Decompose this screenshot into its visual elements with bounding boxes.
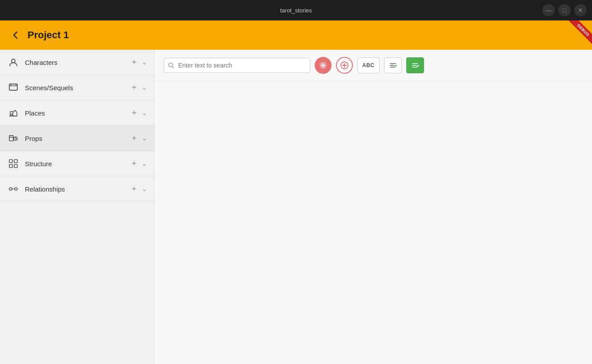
window-controls: — □ ✕ [542,4,587,16]
sidebar-structure-chevron-icon: ⌄ [142,160,147,167]
sidebar-scenes-actions: + ⌄ [130,83,147,92]
add-outline-button[interactable] [336,57,353,74]
sidebar-item-props[interactable]: Props + ⌄ [0,126,154,151]
project-header: Project 1 DEBUG [0,20,592,50]
checklist-button[interactable] [384,57,402,73]
debug-badge: DEBUG [568,20,592,45]
places-icon [7,107,20,119]
character-icon [7,56,20,68]
minimize-button[interactable]: — [542,4,555,16]
sidebar-scenes-label: Scenes/Sequels [25,84,130,92]
sidebar-structure-actions: + ⌄ [130,159,147,168]
content-area [155,81,592,364]
search-input[interactable] [164,58,310,73]
sidebar-item-structure[interactable]: Structure + ⌄ [0,151,154,176]
sidebar-scenes-chevron-icon: ⌄ [142,84,147,91]
green-checklist-button[interactable] [406,57,424,73]
sidebar-relationships-actions: + ⌄ [130,184,147,194]
sidebar-relationships-label: Relationships [25,185,130,193]
svg-rect-8 [14,160,17,163]
svg-rect-7 [9,160,12,163]
sidebar-places-actions: + ⌄ [130,108,147,118]
svg-rect-5 [9,136,13,137]
svg-point-11 [9,188,12,190]
svg-rect-10 [14,164,17,168]
sidebar-item-characters[interactable]: Characters + ⌄ [0,50,154,75]
relationships-icon [7,183,20,195]
sidebar-props-label: Props [25,135,130,142]
main-content: ABC [155,50,592,364]
close-button[interactable]: ✕ [574,4,587,16]
sidebar-item-places[interactable]: Places + ⌄ [0,100,154,126]
svg-point-12 [15,188,17,190]
svg-point-0 [12,59,15,63]
sidebar-characters-label: Characters [25,59,130,66]
plus-circle-red-icon [319,61,327,69]
sidebar-props-chevron-icon: ⌄ [142,135,147,142]
svg-rect-9 [9,164,12,168]
search-icon [168,62,174,68]
debug-badge-container: DEBUG [561,20,592,52]
title-bar: tarot_stories — □ ✕ [0,0,592,20]
green-checklist-icon [411,62,419,69]
search-container [164,58,310,73]
sidebar-item-relationships[interactable]: Relationships + ⌄ [0,176,154,202]
sidebar-places-label: Places [25,109,130,117]
maximize-button[interactable]: □ [558,4,571,16]
plus-circle-outline-icon [340,61,348,69]
sidebar-scenes-add-button[interactable]: + [130,83,138,92]
sidebar-props-actions: + ⌄ [130,133,147,143]
abc-button[interactable]: ABC [357,57,380,73]
sidebar-structure-label: Structure [25,160,130,168]
back-button[interactable] [9,28,22,42]
props-icon [7,132,20,144]
sidebar-places-chevron-icon: ⌄ [142,109,147,116]
abc-label: ABC [362,62,375,68]
sidebar-characters-add-button[interactable]: + [130,57,138,67]
main-layout: Characters + ⌄ Scenes/Sequels + [0,50,592,364]
project-title: Project 1 [28,29,69,41]
sidebar-item-scenes[interactable]: Scenes/Sequels + ⌄ [0,75,154,100]
sidebar-relationships-chevron-icon: ⌄ [142,185,147,192]
add-red-button[interactable] [315,57,332,74]
sidebar-relationships-add-button[interactable]: + [130,184,138,194]
sidebar-structure-add-button[interactable]: + [130,159,138,168]
back-arrow-icon [11,30,20,40]
sidebar: Characters + ⌄ Scenes/Sequels + [0,50,155,364]
sidebar-places-add-button[interactable]: + [130,108,138,118]
sidebar-characters-chevron-icon: ⌄ [142,59,147,66]
sidebar-characters-actions: + ⌄ [130,57,147,67]
checklist-icon [389,62,397,69]
sidebar-props-add-button[interactable]: + [130,133,138,143]
window-title: tarot_stories [280,7,312,14]
scenes-icon [7,81,20,94]
content-toolbar: ABC [155,50,592,81]
structure-icon [7,157,20,170]
app-container: Project 1 DEBUG Characters + ⌄ [0,20,592,364]
